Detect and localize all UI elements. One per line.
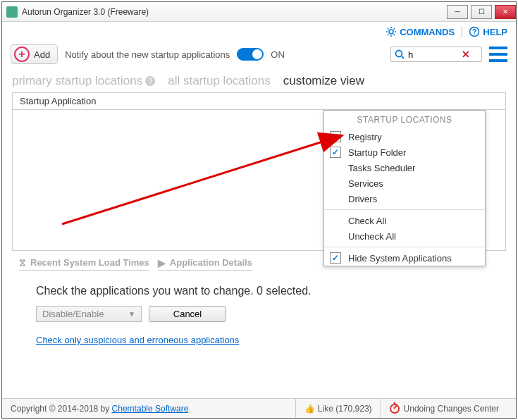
undoing-changes-center[interactable]: Undoing Changes Center bbox=[381, 399, 507, 418]
checkbox-icon: ✓ bbox=[330, 131, 341, 142]
app-icon bbox=[6, 6, 18, 18]
vendor-link[interactable]: Chemtable Software bbox=[112, 404, 189, 414]
checkbox-icon bbox=[330, 178, 341, 189]
tab-application-details[interactable]: ▶ Application Details bbox=[158, 257, 252, 271]
dropdown-item-registry[interactable]: ✓ Registry bbox=[324, 129, 485, 144]
search-box[interactable]: ✕ bbox=[390, 47, 482, 62]
table-header[interactable]: Startup Application bbox=[12, 92, 506, 110]
clear-search-icon[interactable]: ✕ bbox=[462, 49, 470, 60]
toggle-state-label: ON bbox=[271, 49, 285, 60]
action-row: Disable/Enable ▼ Cancel bbox=[2, 303, 516, 325]
hourglass-icon: ⧖ bbox=[19, 257, 26, 268]
dropdown-item-services[interactable]: Services bbox=[324, 175, 485, 191]
close-button[interactable]: ✕ bbox=[495, 5, 516, 19]
help-icon: ? bbox=[469, 26, 480, 37]
dropdown-hide-system[interactable]: ✓ Hide System Applications bbox=[324, 250, 485, 266]
svg-point-2 bbox=[389, 30, 393, 34]
minimize-button[interactable]: ─ bbox=[447, 5, 468, 19]
title-bar: Autorun Organizer 3.0 (Freeware) ─ ☐ ✕ bbox=[2, 2, 516, 22]
customize-view-dropdown: STARTUP LOCATIONS ✓ Registry ✓ Startup F… bbox=[323, 110, 486, 266]
chevron-down-icon: ▼ bbox=[128, 310, 135, 318]
notify-toggle[interactable] bbox=[237, 48, 264, 61]
svg-point-5 bbox=[396, 51, 402, 57]
plus-icon: + bbox=[14, 47, 30, 62]
app-window: Autorun Organizer 3.0 (Freeware) ─ ☐ ✕ C… bbox=[1, 1, 517, 419]
tab-recent-load-times[interactable]: ⧖ Recent System Load Times bbox=[19, 257, 149, 271]
tab-customize-view[interactable]: customize view bbox=[283, 74, 364, 88]
table-body: STARTUP LOCATIONS ✓ Registry ✓ Startup F… bbox=[12, 110, 506, 251]
svg-text:?: ? bbox=[472, 28, 476, 36]
undo-icon bbox=[390, 404, 400, 414]
checkbox-icon bbox=[330, 162, 341, 173]
help-link[interactable]: ? HELP bbox=[469, 26, 507, 37]
play-icon: ▶ bbox=[158, 257, 166, 268]
cancel-button[interactable]: Cancel bbox=[149, 306, 226, 322]
help-badge-icon[interactable]: ? bbox=[145, 76, 155, 86]
search-input[interactable] bbox=[405, 49, 462, 60]
separator: | bbox=[460, 25, 463, 38]
top-links-row: COMMANDS | ? HELP bbox=[2, 22, 516, 42]
checkbox-icon bbox=[330, 193, 341, 204]
svg-line-6 bbox=[402, 56, 404, 58]
gear-icon bbox=[386, 26, 397, 37]
dropdown-item-drivers[interactable]: Drivers bbox=[324, 191, 485, 206]
add-button[interactable]: + Add bbox=[11, 44, 58, 64]
tab-primary-locations[interactable]: primary startup locations ? bbox=[12, 74, 155, 88]
toolbar: + Add Notify about the new startup appli… bbox=[2, 42, 516, 67]
checkbox-icon: ✓ bbox=[330, 252, 341, 264]
menu-button[interactable] bbox=[489, 47, 507, 62]
dropdown-uncheck-all[interactable]: Uncheck All bbox=[324, 228, 485, 244]
thumbs-up-icon: 👍 bbox=[304, 404, 315, 414]
copyright-text: Copyright © 2014-2018 by Chemtable Softw… bbox=[11, 404, 295, 414]
dropdown-header: STARTUP LOCATIONS bbox=[324, 111, 485, 129]
search-icon bbox=[394, 49, 405, 60]
main-tabs: primary startup locations ? all startup … bbox=[2, 67, 516, 88]
commands-link[interactable]: COMMANDS bbox=[386, 26, 455, 37]
check-suspicious-link[interactable]: Check only suspicious and erroneous appl… bbox=[36, 335, 239, 345]
dropdown-check-all[interactable]: Check All bbox=[324, 213, 485, 228]
dropdown-item-tasks-scheduler[interactable]: Tasks Scheduler bbox=[324, 160, 485, 175]
maximize-button[interactable]: ☐ bbox=[471, 5, 492, 19]
checkbox-icon: ✓ bbox=[330, 147, 341, 158]
status-bar: Copyright © 2014-2018 by Chemtable Softw… bbox=[2, 398, 516, 418]
window-title: Autorun Organizer 3.0 (Freeware) bbox=[22, 7, 444, 17]
like-button[interactable]: 👍 Like (170,923) bbox=[295, 399, 381, 418]
dropdown-item-startup-folder[interactable]: ✓ Startup Folder bbox=[324, 144, 485, 160]
notify-label: Notify about the new startup application… bbox=[65, 49, 230, 60]
tab-all-locations[interactable]: all startup locations bbox=[168, 74, 271, 88]
disable-enable-dropdown[interactable]: Disable/Enable ▼ bbox=[36, 306, 142, 322]
selection-summary: Check the applications you want to chang… bbox=[2, 276, 516, 303]
